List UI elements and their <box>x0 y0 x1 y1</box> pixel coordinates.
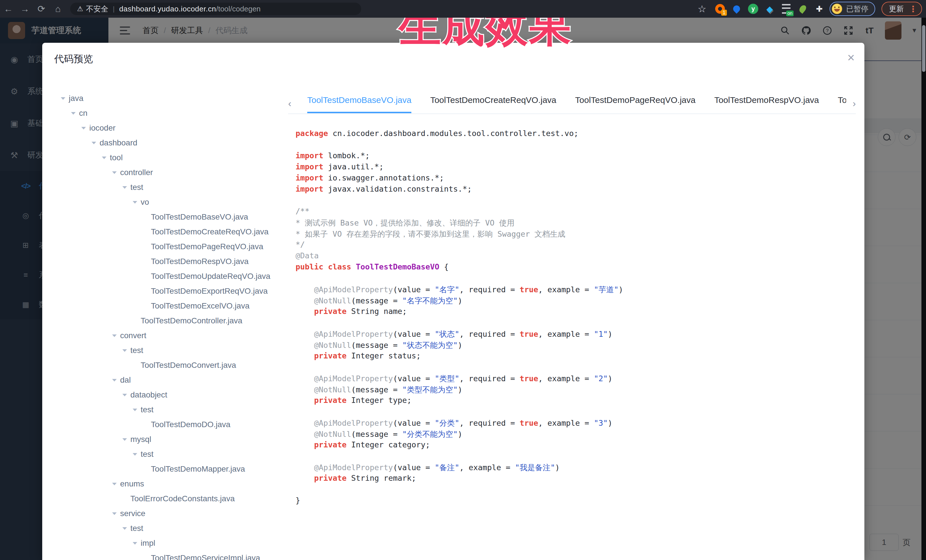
browser-update-button[interactable]: 更新 ⋮ <box>882 2 922 16</box>
extension-icon-sprout[interactable] <box>796 3 809 15</box>
file-tab[interactable]: ToolTestDemoUpdateReqVO.java <box>838 92 846 113</box>
tree-folder-row[interactable]: dal <box>48 373 287 388</box>
dialog-close-icon[interactable]: × <box>847 51 855 64</box>
caret-down-icon[interactable] <box>112 171 120 174</box>
caret-down-icon[interactable] <box>123 186 130 189</box>
file-tab[interactable]: ToolTestDemoCreateReqVO.java <box>430 92 556 113</box>
tree-node-label: test <box>130 524 143 533</box>
file-tree: javacniocoderdashboardtoolcontrollertest… <box>48 91 287 560</box>
extension-icon-drop[interactable] <box>730 3 743 15</box>
browser-forward-button[interactable]: → <box>17 4 33 14</box>
caret-down-icon[interactable] <box>123 394 130 396</box>
extension-icon-y[interactable]: y <box>747 3 760 15</box>
tree-node-label: ToolTestDemoBaseVO.java <box>151 213 248 222</box>
extension-badge: 1 <box>721 10 727 16</box>
tree-folder-row[interactable]: dashboard <box>48 136 287 150</box>
file-tab[interactable]: ToolTestDemoPageReqVO.java <box>575 92 696 113</box>
caret-down-icon[interactable] <box>112 512 120 515</box>
caret-down-icon[interactable] <box>123 527 130 530</box>
tree-folder-row[interactable]: impl <box>48 536 287 551</box>
caret-down-icon[interactable] <box>112 335 120 337</box>
tree-file-row[interactable]: ToolTestDemoMapper.java <box>48 462 287 477</box>
tree-file-row[interactable]: ToolTestDemoExportReqVO.java <box>48 284 287 299</box>
tree-node-label: ToolTestDemoRespVO.java <box>151 257 248 266</box>
tree-node-label: controller <box>120 168 153 177</box>
tree-node-label: ToolTestDemoController.java <box>141 316 242 325</box>
tree-file-row[interactable]: ToolTestDemoExcelVO.java <box>48 299 287 313</box>
tree-node-label: vo <box>141 198 149 207</box>
caret-down-icon[interactable] <box>133 453 141 456</box>
caret-down-icon[interactable] <box>92 142 100 144</box>
tree-file-row[interactable]: ToolErrorCodeConstants.java <box>48 491 287 506</box>
bookmark-star-icon[interactable]: ☆ <box>698 3 707 15</box>
tree-node-label: test <box>130 346 143 355</box>
profile-paused-chip[interactable]: 已暂停 <box>829 2 875 16</box>
tree-node-label: impl <box>141 539 155 548</box>
tree-folder-row[interactable]: cn <box>48 106 287 121</box>
tabs-prev-icon[interactable]: ‹ <box>288 98 298 113</box>
tree-folder-row[interactable]: test <box>48 447 287 462</box>
tree-node-label: tool <box>110 153 123 162</box>
caret-down-icon[interactable] <box>133 409 141 411</box>
extension-icon-list[interactable]: on <box>780 3 793 15</box>
extensions-puzzle-icon[interactable]: ✚ <box>813 3 826 15</box>
code-content: package cn.iocoder.dashboard.modules.too… <box>295 129 856 560</box>
url-path: /tool/codegen <box>216 5 260 14</box>
tree-node-label: convert <box>120 331 146 340</box>
tree-file-row[interactable]: ToolTestDemoController.java <box>48 313 287 328</box>
caret-down-icon[interactable] <box>133 542 141 545</box>
caret-down-icon[interactable] <box>112 379 120 382</box>
tree-node-label: ToolTestDemoUpdateReqVO.java <box>151 272 271 281</box>
tree-file-row[interactable]: ToolTestDemoServiceImpl.java <box>48 551 287 560</box>
extension-icon-orange[interactable]: 1 <box>714 3 726 15</box>
tree-node-label: ToolErrorCodeConstants.java <box>130 494 235 503</box>
tree-folder-row[interactable]: iocoder <box>48 121 287 136</box>
caret-down-icon[interactable] <box>61 97 69 100</box>
tree-file-row[interactable]: ToolTestDemoUpdateReqVO.java <box>48 269 287 284</box>
browser-scrollbar[interactable] <box>921 18 926 560</box>
tree-folder-row[interactable]: controller <box>48 165 287 180</box>
tree-folder-row[interactable]: convert <box>48 328 287 343</box>
browser-home-button[interactable]: ⌂ <box>50 4 66 14</box>
browser-back-button[interactable]: ← <box>0 4 17 14</box>
browser-reload-button[interactable]: ⟳ <box>33 3 50 14</box>
caret-down-icon[interactable] <box>102 157 110 159</box>
caret-down-icon[interactable] <box>81 127 89 130</box>
caret-down-icon[interactable] <box>123 349 130 352</box>
scrollbar-thumb[interactable] <box>922 25 925 72</box>
tree-node-label: enums <box>120 479 144 488</box>
caret-down-icon[interactable] <box>133 201 141 204</box>
profile-emoji-icon <box>832 4 842 14</box>
tree-folder-row[interactable]: test <box>48 402 287 417</box>
tree-folder-row[interactable]: service <box>48 506 287 521</box>
file-tab[interactable]: ToolTestDemoBaseVO.java <box>307 92 412 113</box>
tree-node-label: test <box>141 450 153 459</box>
caret-down-icon[interactable] <box>112 483 120 485</box>
tree-file-row[interactable]: ToolTestDemoCreateReqVO.java <box>48 224 287 239</box>
browser-menu-icon[interactable]: ⋮ <box>909 4 917 14</box>
tree-folder-row[interactable]: mysql <box>48 432 287 447</box>
caret-down-icon[interactable] <box>71 112 79 115</box>
tree-folder-row[interactable]: tool <box>48 150 287 165</box>
tree-node-label: ToolTestDemoExcelVO.java <box>151 301 249 311</box>
file-tab[interactable]: ToolTestDemoRespVO.java <box>714 92 819 113</box>
file-tab-bar: ‹ ToolTestDemoBaseVO.javaToolTestDemoCre… <box>288 92 856 114</box>
tree-file-row[interactable]: ToolTestDemoConvert.java <box>48 358 287 373</box>
caret-down-icon[interactable] <box>123 438 130 441</box>
tree-file-row[interactable]: ToolTestDemoPageReqVO.java <box>48 239 287 254</box>
tree-folder-row[interactable]: test <box>48 180 287 195</box>
extension-icon-diamond[interactable]: ◆ <box>763 3 776 15</box>
tabs-next-icon[interactable]: › <box>846 98 856 113</box>
tree-node-label: dashboard <box>100 138 137 147</box>
tree-folder-row[interactable]: vo <box>48 195 287 210</box>
address-bar[interactable]: ⚠ 不安全 | dashboard.yudao.iocoder.cn /tool… <box>70 3 361 15</box>
tree-folder-row[interactable]: dataobject <box>48 388 287 402</box>
tree-folder-row[interactable]: java <box>48 91 287 106</box>
tree-folder-row[interactable]: test <box>48 343 287 358</box>
tree-folder-row[interactable]: test <box>48 521 287 536</box>
tree-node-label: ToolTestDemoPageReqVO.java <box>151 242 263 251</box>
tree-file-row[interactable]: ToolTestDemoRespVO.java <box>48 254 287 269</box>
tree-file-row[interactable]: ToolTestDemoDO.java <box>48 417 287 432</box>
tree-file-row[interactable]: ToolTestDemoBaseVO.java <box>48 210 287 224</box>
tree-folder-row[interactable]: enums <box>48 477 287 491</box>
